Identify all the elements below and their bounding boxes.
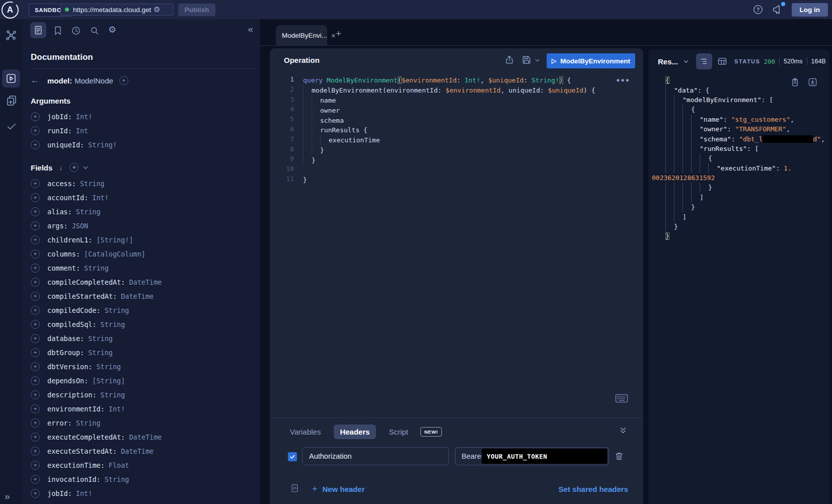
- field-row[interactable]: +compileCompletedAt:DateTime: [31, 275, 254, 289]
- field-row[interactable]: +compiledSql:String: [31, 317, 254, 331]
- field-row[interactable]: +executionTime:Float: [31, 458, 254, 472]
- add-field-icon[interactable]: +: [31, 404, 40, 413]
- field-type[interactable]: Int: [76, 127, 88, 135]
- field-name[interactable]: runId:: [47, 127, 72, 135]
- publish-button[interactable]: Publish: [178, 4, 215, 16]
- field-name[interactable]: alias:: [47, 208, 72, 216]
- field-row[interactable]: +dbtVersion:String: [31, 360, 254, 374]
- field-name[interactable]: compiledSql:: [47, 320, 97, 328]
- field-name[interactable]: columns:: [47, 250, 80, 258]
- field-name[interactable]: childrenL1:: [47, 236, 92, 244]
- field-row[interactable]: +args:JSON: [31, 219, 254, 233]
- add-field-icon[interactable]: +: [31, 306, 40, 315]
- field-row[interactable]: +invocationId:String: [31, 472, 254, 486]
- settings-gear-icon[interactable]: ⚙: [108, 24, 116, 35]
- add-field-icon[interactable]: +: [31, 433, 40, 442]
- explorer-nav-item[interactable]: [2, 69, 20, 88]
- field-row[interactable]: +database:String: [31, 331, 254, 346]
- keyboard-shortcuts-icon[interactable]: [615, 393, 628, 403]
- connection-settings-gear-icon[interactable]: ⚙: [154, 5, 160, 14]
- field-row[interactable]: +jobId:Int!: [31, 110, 254, 124]
- field-name[interactable]: invocationId:: [47, 475, 101, 483]
- field-name[interactable]: description:: [47, 391, 97, 399]
- field-name[interactable]: dbtGroup:: [47, 349, 84, 357]
- field-row[interactable]: +description:String: [31, 388, 254, 402]
- operation-tab[interactable]: ModelByEnvi... ×: [276, 25, 327, 45]
- field-type[interactable]: String: [76, 419, 101, 427]
- header-key-input[interactable]: [302, 447, 449, 465]
- field-type[interactable]: String: [80, 180, 105, 188]
- schema-graph-icon[interactable]: [0, 29, 23, 41]
- bookmark-icon[interactable]: [53, 26, 63, 36]
- help-icon[interactable]: ?: [752, 4, 764, 15]
- add-field-icon[interactable]: +: [31, 221, 40, 230]
- field-row[interactable]: +alias:String: [31, 205, 254, 219]
- expand-rail-icon[interactable]: »: [5, 491, 10, 502]
- field-name[interactable]: compiledCode:: [47, 306, 101, 314]
- response-json-viewer[interactable]: {"data": {"modelByEnvironment": [{"name"…: [648, 75, 829, 241]
- field-row[interactable]: +comment:String: [31, 261, 254, 275]
- close-tab-icon[interactable]: ×: [331, 31, 336, 40]
- field-row[interactable]: +compiledCode:String: [31, 303, 254, 317]
- field-type[interactable]: [String]: [92, 377, 125, 385]
- field-name[interactable]: error:: [47, 419, 72, 427]
- graphql-code-editor[interactable]: 1query ModelByEnvironment($environmentId…: [270, 75, 643, 185]
- field-row[interactable]: +access:String: [31, 177, 254, 191]
- add-field-icon[interactable]: +: [31, 320, 40, 329]
- field-type[interactable]: String: [88, 349, 113, 357]
- field-type[interactable]: DateTime: [121, 447, 154, 455]
- field-type[interactable]: DateTime: [121, 292, 154, 300]
- add-field-icon[interactable]: +: [31, 447, 40, 456]
- add-field-icon[interactable]: +: [31, 264, 40, 273]
- fields-options-chevron-icon[interactable]: [83, 164, 89, 171]
- field-row[interactable]: +uniqueId:String!: [31, 138, 254, 152]
- tab-script[interactable]: Script: [383, 425, 414, 439]
- add-field-icon[interactable]: +: [31, 418, 40, 428]
- field-type[interactable]: String!: [88, 141, 117, 149]
- field-type[interactable]: JSON: [72, 222, 89, 230]
- field-type[interactable]: String: [76, 208, 101, 216]
- header-enabled-checkbox[interactable]: [288, 452, 297, 461]
- login-button[interactable]: Log in: [792, 3, 828, 17]
- field-type[interactable]: [String!]: [96, 236, 133, 244]
- field-row[interactable]: +executeStartedAt:DateTime: [31, 444, 254, 458]
- field-name[interactable]: database:: [47, 334, 84, 343]
- add-field-icon[interactable]: +: [31, 207, 40, 216]
- field-name[interactable]: access:: [47, 180, 76, 188]
- field-name[interactable]: dbtVersion:: [47, 363, 92, 371]
- new-tab-icon[interactable]: +: [336, 28, 341, 39]
- endpoint-url-input[interactable]: https://metadata.cloud.get ⚙: [60, 4, 174, 16]
- field-name[interactable]: comment:: [47, 264, 80, 272]
- field-type[interactable]: Int!: [109, 405, 125, 413]
- add-field-icon[interactable]: +: [31, 348, 40, 357]
- add-field-icon[interactable]: +: [31, 278, 40, 287]
- field-row[interactable]: +environmentId:Int!: [31, 402, 254, 416]
- add-field-icon[interactable]: +: [31, 362, 40, 371]
- add-fields-icon[interactable]: +: [69, 163, 79, 172]
- field-name[interactable]: jobId:: [47, 489, 72, 497]
- field-name[interactable]: accountId:: [47, 194, 88, 202]
- add-field-icon[interactable]: +: [31, 140, 40, 149]
- add-field-icon[interactable]: +: [31, 489, 40, 498]
- field-row[interactable]: +executeCompletedAt:DateTime: [31, 430, 254, 444]
- field-type[interactable]: DateTime: [129, 278, 162, 286]
- sort-fields-icon[interactable]: ↓: [59, 163, 62, 172]
- table-view-toggle-icon[interactable]: [717, 56, 727, 66]
- add-field-icon[interactable]: +: [31, 235, 40, 244]
- field-name[interactable]: jobId:: [47, 113, 72, 121]
- field-type[interactable]: String: [88, 334, 113, 343]
- add-field-icon[interactable]: +: [31, 179, 40, 188]
- tab-headers[interactable]: Headers: [334, 425, 375, 439]
- save-options-chevron-icon[interactable]: [535, 57, 540, 63]
- announcements-megaphone-icon[interactable]: [772, 4, 784, 16]
- add-field-icon[interactable]: +: [31, 249, 40, 259]
- share-operation-icon[interactable]: [504, 55, 514, 65]
- tree-view-toggle-icon[interactable]: [696, 53, 712, 69]
- field-name[interactable]: executeStartedAt:: [47, 447, 117, 455]
- field-type[interactable]: [CatalogColumn]: [84, 250, 145, 258]
- add-field-icon[interactable]: +: [31, 390, 40, 399]
- field-type[interactable]: String: [96, 363, 121, 371]
- field-type[interactable]: Int!: [76, 113, 93, 121]
- response-dropdown-chevron-icon[interactable]: [683, 58, 689, 64]
- field-row[interactable]: +error:String: [31, 416, 254, 430]
